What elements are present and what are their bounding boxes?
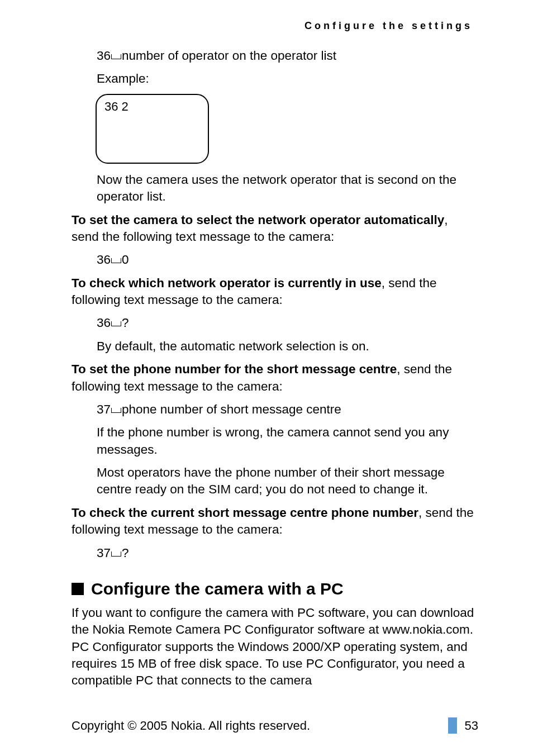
section-heading: Configure the camera with a PC (72, 579, 478, 598)
page-footer: Copyright © 2005 Nokia. All rights reser… (72, 717, 478, 734)
page-number: 53 (465, 719, 478, 733)
example-result-text: Now the camera uses the network operator… (97, 172, 478, 206)
command-37-question: 37? (97, 545, 478, 562)
example-label: Example: (97, 70, 478, 87)
space-icon (111, 321, 121, 326)
command-36-question: 36? (97, 315, 478, 331)
document-page: Configure the settings 36number of opera… (0, 0, 533, 756)
command-37-phone: 37phone number of short message centre (97, 401, 478, 418)
sms-centre-para: To set the phone number for the short me… (72, 361, 478, 395)
pc-config-text: If you want to configure the camera with… (72, 605, 478, 690)
sms-sim-note: Most operators have the phone number of … (97, 464, 478, 498)
command-36-0: 360 (97, 251, 478, 268)
blue-bar-icon (448, 717, 457, 734)
space-icon (111, 258, 121, 263)
auto-select-bold: To set the camera to select the network … (72, 213, 444, 227)
square-bullet-icon (72, 583, 84, 595)
copyright-text: Copyright © 2005 Nokia. All rights reser… (72, 719, 310, 733)
default-note: By default, the automatic network select… (97, 338, 478, 355)
sms-wrong-note: If the phone number is wrong, the camera… (97, 424, 478, 458)
space-icon (111, 54, 121, 59)
page-header: Configure the settings (72, 0, 478, 47)
check-operator-para: To check which network operator is curre… (72, 275, 478, 309)
page-number-box: 53 (448, 717, 478, 734)
sms-box-text: 36 2 (104, 99, 129, 113)
auto-select-para: To set the camera to select the network … (72, 212, 478, 246)
check-sms-bold: To check the current short message centr… (72, 506, 418, 520)
space-icon (111, 408, 121, 413)
space-icon (111, 551, 121, 557)
command-format-36: 36number of operator on the operator lis… (97, 47, 478, 64)
sms-centre-bold: To set the phone number for the short me… (72, 362, 397, 376)
check-operator-bold: To check which network operator is curre… (72, 276, 382, 290)
section-heading-text: Configure the camera with a PC (91, 579, 344, 598)
header-title: Configure the settings (304, 20, 473, 31)
sms-example-box: 36 2 (96, 94, 209, 164)
check-sms-para: To check the current short message centr… (72, 505, 478, 539)
